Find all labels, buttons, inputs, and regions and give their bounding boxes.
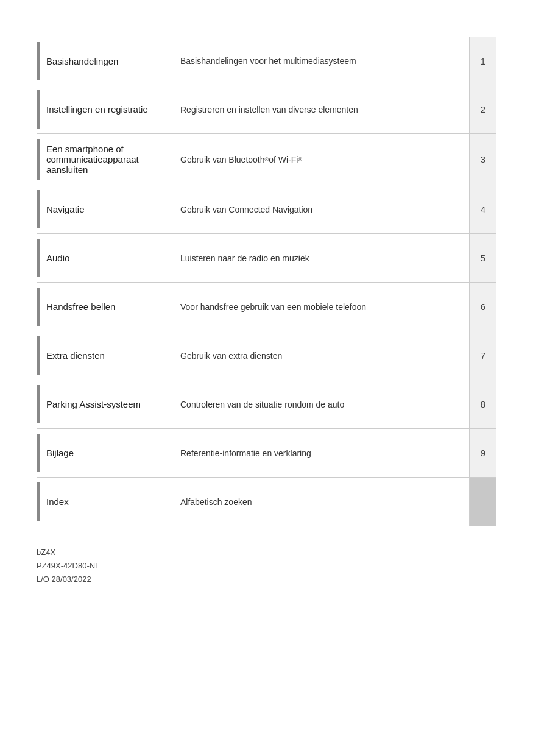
toc-row-description: Registreren en instellen van diverse ele… — [168, 85, 470, 133]
footer: bZ4X PZ49X-42D80-NL L/O 28/03/2022 — [37, 546, 496, 586]
toc-row-description: Referentie-informatie en verklaring — [168, 429, 470, 477]
toc-row-description: Gebruik van Connected Navigation — [168, 185, 470, 233]
toc-row-number: 7 — [470, 331, 496, 380]
toc-row-extra-diensten[interactable]: Extra dienstenGebruik van extra diensten… — [37, 331, 496, 380]
toc-row-title: Extra diensten — [40, 331, 168, 380]
table-of-contents: BasishandelingenBasishandelingen voor he… — [37, 37, 496, 526]
toc-row-number: 4 — [470, 185, 496, 233]
toc-row-description: Luisteren naar de radio en muziek — [168, 234, 470, 282]
toc-row-description: Controleren van de situatie rondom de au… — [168, 380, 470, 428]
toc-row-number: 2 — [470, 85, 496, 133]
toc-row-number: 5 — [470, 234, 496, 282]
toc-row-description: Gebruik van Bluetooth® of Wi-Fi® — [168, 134, 470, 185]
footer-line3: L/O 28/03/2022 — [37, 573, 496, 586]
toc-row-audio[interactable]: AudioLuisteren naar de radio en muziek5 — [37, 234, 496, 283]
toc-row-parking[interactable]: Parking Assist-systeemControleren van de… — [37, 380, 496, 429]
toc-row-navigatie[interactable]: NavigatieGebruik van Connected Navigatio… — [37, 185, 496, 234]
footer-line2: PZ49X-42D80-NL — [37, 559, 496, 573]
toc-row-title: Navigatie — [40, 185, 168, 233]
toc-row-handsfree[interactable]: Handsfree bellenVoor handsfree gebruik v… — [37, 283, 496, 331]
toc-row-title: Een smartphone of communicatieapparaat a… — [40, 134, 168, 185]
toc-row-number — [470, 478, 496, 526]
toc-row-title: Bijlage — [40, 429, 168, 477]
toc-row-title: Handsfree bellen — [40, 283, 168, 331]
toc-row-number: 3 — [470, 134, 496, 185]
toc-row-title: Audio — [40, 234, 168, 282]
toc-row-description: Alfabetisch zoeken — [168, 478, 470, 526]
toc-row-bijlage[interactable]: BijlageReferentie-informatie en verklari… — [37, 429, 496, 478]
toc-row-number: 8 — [470, 380, 496, 428]
toc-row-description: Gebruik van extra diensten — [168, 331, 470, 380]
toc-row-index[interactable]: IndexAlfabetisch zoeken — [37, 478, 496, 526]
footer-line1: bZ4X — [37, 546, 496, 559]
toc-row-title: Instellingen en registratie — [40, 85, 168, 133]
toc-row-title: Basishandelingen — [40, 37, 168, 85]
toc-row-title: Index — [40, 478, 168, 526]
toc-row-basishandelingen[interactable]: BasishandelingenBasishandelingen voor he… — [37, 37, 496, 85]
toc-row-title: Parking Assist-systeem — [40, 380, 168, 428]
toc-row-number: 1 — [470, 37, 496, 85]
toc-row-number: 6 — [470, 283, 496, 331]
toc-row-smartphone[interactable]: Een smartphone of communicatieapparaat a… — [37, 134, 496, 185]
toc-row-description: Basishandelingen voor het multimediasyst… — [168, 37, 470, 85]
toc-row-description: Voor handsfree gebruik van een mobiele t… — [168, 283, 470, 331]
toc-row-number: 9 — [470, 429, 496, 477]
toc-row-instellingen[interactable]: Instellingen en registratieRegistreren e… — [37, 85, 496, 134]
